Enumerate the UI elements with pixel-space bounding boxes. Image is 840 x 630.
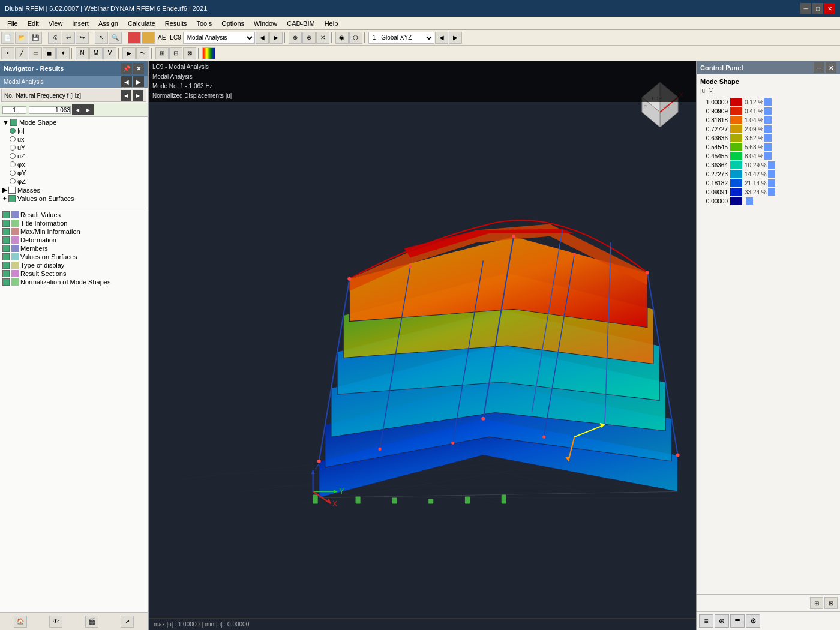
nav-norm-mode[interactable]: Normalization of Mode Shapes	[1, 278, 146, 286]
animate-icon[interactable]: ▶	[122, 47, 136, 59]
nav-result-sections[interactable]: Result Sections	[1, 269, 146, 278]
nav-pin-button[interactable]: 📌	[121, 63, 132, 74]
display1-icon[interactable]: ⊞	[155, 47, 169, 59]
select-icon[interactable]: ↖	[95, 32, 108, 44]
nav-nm-cb[interactable]	[2, 278, 10, 286]
nav-foot-icon2[interactable]: 👁	[49, 616, 62, 628]
nav-vs-cb[interactable]	[2, 253, 10, 260]
redo-icon[interactable]: ↪	[76, 32, 89, 44]
nav-mem-cb[interactable]	[2, 245, 10, 252]
nav-title-info[interactable]: Title Information	[1, 219, 146, 227]
nav-maxmin-info[interactable]: Max/Min Information	[1, 227, 146, 236]
view-dropdown[interactable]: 1 - Global XYZ	[368, 32, 434, 44]
mode-number-input[interactable]	[2, 106, 26, 114]
nav-uy[interactable]: uY	[1, 143, 146, 152]
display3-icon[interactable]: ⊠	[183, 47, 196, 59]
mode-freq-input[interactable]	[29, 106, 71, 114]
undo-icon[interactable]: ↩	[62, 32, 75, 44]
special-icon[interactable]: ✦	[56, 47, 70, 59]
print-icon[interactable]: 🖨	[48, 32, 61, 44]
menu-options[interactable]: Options	[217, 19, 249, 28]
nav-mode-prev[interactable]: ◀	[121, 90, 131, 101]
nav-mode-next[interactable]: ▶	[133, 90, 143, 101]
nav-uz-radio[interactable]	[10, 153, 16, 159]
nav-phiz[interactable]: φZ	[1, 177, 146, 185]
tool3-icon[interactable]: ✕	[316, 32, 329, 44]
nav-phiy[interactable]: φY	[1, 169, 146, 177]
nav-values-surfaces-cb[interactable]	[8, 195, 16, 202]
mode-nav-prev[interactable]: ◀	[72, 104, 83, 115]
menu-view[interactable]: View	[44, 19, 68, 28]
nav-phix[interactable]: φx	[1, 160, 146, 169]
analysis-dropdown[interactable]: Modal Analysis	[183, 32, 255, 44]
display2-icon[interactable]: ⊟	[169, 47, 182, 59]
menu-cadbim[interactable]: CAD-BIM	[282, 19, 319, 28]
menu-results[interactable]: Results	[160, 19, 192, 28]
nav-phix-radio[interactable]	[10, 161, 16, 167]
nav-uy-radio[interactable]	[10, 145, 16, 151]
nav-td-cb[interactable]	[2, 262, 10, 269]
viewport-3d-panel[interactable]: LC9 - Modal Analysis Modal Analysis Mode…	[149, 61, 696, 630]
nav-foot-icon4[interactable]: ↗	[121, 616, 134, 628]
nav-masses[interactable]: ▶ Masses	[1, 185, 146, 194]
viewport-canvas[interactable]: Y Z X	[149, 61, 696, 618]
line-icon[interactable]: ╱	[15, 47, 28, 59]
deform-icon[interactable]: 〜	[136, 47, 149, 59]
nav-masses-cb[interactable]	[8, 187, 16, 194]
nav-values-on-surf[interactable]: Values on Surfaces	[1, 253, 146, 261]
restore-button[interactable]: □	[812, 3, 823, 14]
next-mode-icon[interactable]: ▶	[269, 32, 283, 44]
lc-color1[interactable]	[128, 32, 141, 44]
nav-ux[interactable]: ux	[1, 135, 146, 143]
mode-nav-next[interactable]: ▶	[83, 104, 94, 115]
menu-tools[interactable]: Tools	[191, 19, 217, 28]
menu-help[interactable]: Help	[320, 19, 343, 28]
nav-result-values[interactable]: Result Values	[1, 211, 146, 219]
cp-icon1[interactable]: ⊞	[810, 597, 823, 609]
nav-rs-cb[interactable]	[2, 270, 10, 277]
open-icon[interactable]: 📂	[15, 32, 28, 44]
save-icon[interactable]: 💾	[29, 32, 42, 44]
result2-icon[interactable]: M	[89, 47, 103, 59]
cp-close-button[interactable]: ✕	[826, 62, 836, 73]
nav-mm-cb[interactable]	[2, 228, 10, 235]
nav-values-surfaces[interactable]: ✦ Values on Surfaces	[1, 194, 146, 203]
nav-foot-icon3[interactable]: 🎬	[85, 616, 98, 628]
nav-close-button[interactable]: ✕	[133, 63, 144, 74]
result3-icon[interactable]: V	[103, 47, 116, 59]
menu-window[interactable]: Window	[249, 19, 282, 28]
nav-type-display[interactable]: Type of display	[1, 261, 146, 269]
tool1-icon[interactable]: ⊕	[289, 32, 302, 44]
nav-mode-shape-cb[interactable]	[10, 119, 17, 126]
wire-icon[interactable]: ⬡	[349, 32, 362, 44]
cp-tab3[interactable]: ≣	[730, 614, 745, 628]
nav-mode-shape[interactable]: ▼ Mode Shape	[1, 118, 146, 127]
menu-edit[interactable]: Edit	[23, 19, 44, 28]
surface-icon[interactable]: ▭	[29, 47, 42, 59]
nav-foot-icon1[interactable]: 🏠	[14, 616, 27, 628]
result1-icon[interactable]: N	[76, 47, 89, 59]
cp-min-button[interactable]: ─	[814, 62, 824, 73]
prev-mode-icon[interactable]: ◀	[256, 32, 269, 44]
new-icon[interactable]: 📄	[1, 32, 14, 44]
nav-u-abs-radio[interactable]	[10, 128, 16, 134]
menu-assign[interactable]: Assign	[94, 19, 123, 28]
nav-rv-cb[interactable]	[2, 211, 10, 218]
tool2-icon[interactable]: ⊗	[302, 32, 316, 44]
menu-file[interactable]: File	[2, 19, 23, 28]
nav-u-abs[interactable]: |u|	[1, 127, 146, 135]
view-next-icon[interactable]: ▶	[449, 32, 462, 44]
nav-ux-radio[interactable]	[10, 136, 16, 142]
menu-calculate[interactable]: Calculate	[123, 19, 160, 28]
cp-tab4[interactable]: ⚙	[746, 614, 760, 628]
nav-prev-button[interactable]: ◀	[121, 76, 132, 87]
solid-icon[interactable]: ◼	[43, 47, 56, 59]
nav-phiy-radio[interactable]	[10, 170, 16, 176]
lc-color2[interactable]	[142, 32, 155, 44]
nav-members[interactable]: Members	[1, 244, 146, 253]
zoom-icon[interactable]: 🔍	[109, 32, 122, 44]
close-button[interactable]: ✕	[824, 3, 835, 14]
menu-insert[interactable]: Insert	[67, 19, 94, 28]
minimize-button[interactable]: ─	[800, 3, 811, 14]
color-icon[interactable]	[202, 47, 215, 59]
